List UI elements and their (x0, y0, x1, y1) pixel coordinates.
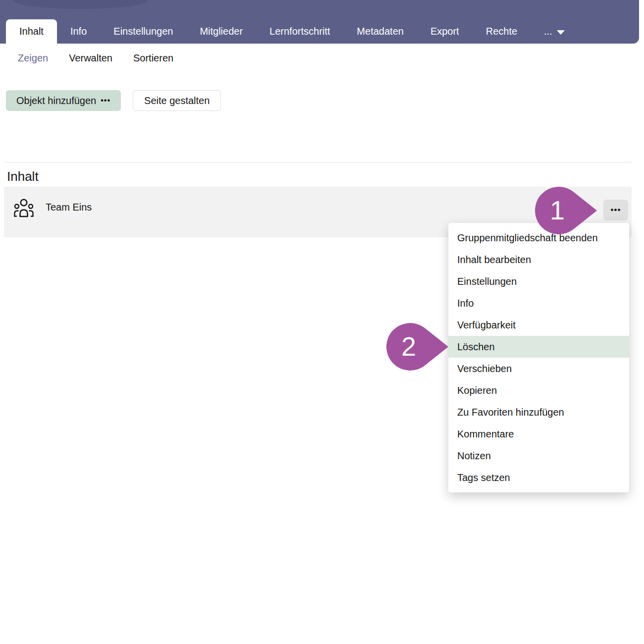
menu-item-verfuegbarkeit[interactable]: Verfügbarkeit (448, 314, 629, 336)
tab-label: Metadaten (357, 26, 404, 37)
menu-item-verschieben[interactable]: Verschieben (448, 358, 629, 379)
sub-navigation: Zeigen Verwalten Sortieren (0, 44, 644, 72)
topbar-shade-decoration (14, 0, 148, 9)
tab-info[interactable]: Info (57, 19, 100, 44)
menu-item-tags-setzen[interactable]: Tags setzen (448, 467, 629, 488)
item-actions-dropdown: Gruppenmitgliedschaft beenden Inhalt bea… (448, 223, 629, 492)
tab-label: Rechte (486, 26, 517, 37)
section-title: Inhalt (7, 169, 632, 184)
menu-item-einstellungen[interactable]: Einstellungen (448, 270, 629, 292)
tab-inhalt[interactable]: Inhalt (6, 19, 57, 44)
design-page-label: Seite gestalten (144, 95, 210, 107)
menu-item-zu-favoriten-hinzufuegen[interactable]: Zu Favoriten hinzufügen (448, 401, 629, 423)
caret-down-icon (557, 30, 565, 35)
tab-label: Einstellungen (113, 26, 173, 37)
tab-metadaten[interactable]: Metadaten (343, 19, 417, 44)
tab-label: Export (430, 26, 459, 37)
menu-item-kopieren[interactable]: Kopieren (448, 379, 629, 401)
annotation-step-2-number: 2 (401, 331, 416, 361)
tab-lernfortschritt[interactable]: Lernfortschritt (256, 19, 343, 44)
menu-item-info[interactable]: Info (448, 292, 629, 314)
tab-label: Mitglieder (200, 26, 243, 37)
design-page-button[interactable]: Seite gestalten (133, 90, 221, 111)
item-actions-button[interactable]: ••• (603, 200, 628, 220)
add-object-button[interactable]: Objekt hinzufügen ••• (6, 90, 121, 111)
tab-rechte[interactable]: Rechte (473, 19, 531, 44)
subnav-item-sortieren[interactable]: Sortieren (133, 53, 173, 64)
ellipsis-icon: ••• (101, 96, 110, 105)
tab-mitglieder[interactable]: Mitglieder (186, 19, 256, 44)
tab-label: ... (544, 26, 552, 37)
tab-label: Lernfortschritt (269, 26, 330, 37)
top-tab-bar: Inhalt Info Einstellungen Mitglieder Ler… (0, 0, 639, 44)
tab-more[interactable]: ... (531, 19, 578, 44)
toolbar: Objekt hinzufügen ••• Seite gestalten (6, 90, 221, 111)
tab-export[interactable]: Export (417, 19, 473, 44)
tab-einstellungen[interactable]: Einstellungen (100, 19, 186, 44)
menu-item-inhalt-bearbeiten[interactable]: Inhalt bearbeiten (448, 249, 629, 270)
group-icon (13, 197, 35, 219)
subnav-item-verwalten[interactable]: Verwalten (69, 53, 112, 64)
menu-item-notizen[interactable]: Notizen (448, 445, 629, 467)
subnav-item-zeigen[interactable]: Zeigen (18, 53, 48, 64)
annotation-step-2-balloon: 2 (386, 323, 451, 373)
menu-item-loeschen[interactable]: Löschen (448, 336, 629, 358)
item-title-link[interactable]: Team Eins (46, 202, 92, 213)
add-object-label: Objekt hinzufügen (16, 95, 96, 107)
menu-item-gruppenmitgliedschaft-beenden[interactable]: Gruppenmitgliedschaft beenden (448, 227, 629, 249)
tab-label: Inhalt (19, 26, 44, 37)
menu-item-kommentare[interactable]: Kommentare (448, 423, 629, 445)
tab-label: Info (70, 26, 87, 37)
